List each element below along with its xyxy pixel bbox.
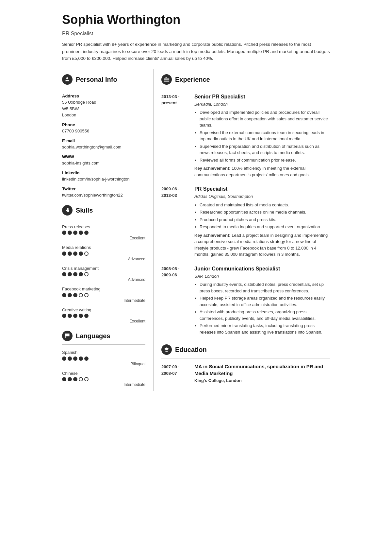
exp-bullet: Reviewed all forms of communication prio… <box>200 157 330 164</box>
skill-level: Intermediate <box>62 298 145 304</box>
skill-dots <box>62 251 145 256</box>
experience-icon <box>161 74 172 85</box>
skill-name: Facebook marketing <box>62 286 145 292</box>
skills-divider <box>62 219 145 219</box>
personal-info-divider <box>62 88 145 88</box>
languages-divider <box>62 344 145 345</box>
info-label: Address <box>62 93 145 99</box>
exp-bullet: Created and maintained lists of media co… <box>200 202 330 208</box>
dot-filled <box>68 231 72 235</box>
exp-bullets: Developed and implemented policies and p… <box>194 109 330 163</box>
right-column: Experience 2013-03 - presentSenior PR Sp… <box>154 69 330 391</box>
info-value: W5 5BW <box>62 106 145 112</box>
skill-dots <box>62 377 145 381</box>
info-label: Phone <box>62 122 145 128</box>
exp-bullet: Responded to media inquiries and support… <box>200 224 330 230</box>
exp-date: 2013-03 - present <box>161 93 189 178</box>
skill-dots <box>62 356 145 361</box>
dot-filled <box>68 356 72 361</box>
exp-bullet: Helped keep PR storage areas organized a… <box>200 295 330 308</box>
dot-filled <box>84 356 89 361</box>
exp-job-title: Senior PR Specialist <box>194 93 330 101</box>
skills-section: Skills Press releasesExcellentMedia rela… <box>62 205 145 324</box>
experience-item: 2008-08 - 2009-06Junior Communications S… <box>161 265 330 338</box>
skill-name: Chinese <box>62 370 145 377</box>
dot-filled <box>62 293 66 297</box>
dot-empty <box>84 377 89 381</box>
info-value: London <box>62 112 145 118</box>
exp-bullet: Supervised the preparation and distribut… <box>200 143 330 156</box>
header-name: Sophia Worthington <box>62 10 330 29</box>
exp-bullet: Supervised the external communications t… <box>200 130 330 142</box>
experience-title: Experience <box>175 75 210 84</box>
experience-header: Experience <box>161 74 330 85</box>
exp-bullet: Performed minor translating tasks, inclu… <box>200 322 330 335</box>
experience-divider <box>161 88 330 88</box>
dot-filled <box>68 251 72 256</box>
skill-level: Excellent <box>62 318 145 324</box>
dot-filled <box>62 356 66 361</box>
personal-info-title: Personal Info <box>76 75 117 84</box>
skills-list: Press releasesExcellentMedia relationsAd… <box>62 224 145 324</box>
skill-dots <box>62 293 145 297</box>
dot-filled <box>68 377 72 381</box>
dot-filled <box>79 314 83 318</box>
languages-header: Languages <box>62 331 145 341</box>
skill-row: Media relationsAdvanced <box>62 244 145 262</box>
skill-row: SpanishBilingual <box>62 349 145 367</box>
skills-header: Skills <box>62 205 145 216</box>
dot-filled <box>73 272 77 276</box>
left-column: Personal Info Address56 Uxbridge RoadW5 … <box>62 69 154 391</box>
dot-filled <box>73 314 77 318</box>
edu-degree: MA in Social Communications, specializat… <box>194 363 330 377</box>
info-value: linkedin.com/in/sophia-j-worthington <box>62 176 145 182</box>
exp-bullets: Created and maintained lists of media co… <box>194 202 330 230</box>
header-summary: Senior PR specialist with 9+ years of ex… <box>62 41 330 62</box>
skill-name: Press releases <box>62 224 145 230</box>
education-header: Education <box>161 344 330 355</box>
edu-school: King's College, London <box>194 377 330 384</box>
languages-title: Languages <box>76 331 110 341</box>
exp-bullet: Assisted with producing press releases, … <box>200 309 330 321</box>
info-value: 07700 900556 <box>62 128 145 134</box>
skill-dots <box>62 314 145 318</box>
skill-row: Creative writingExcellent <box>62 307 145 324</box>
education-title: Education <box>175 345 207 355</box>
svg-rect-2 <box>164 78 169 82</box>
svg-rect-1 <box>65 334 69 337</box>
dot-filled <box>62 231 66 235</box>
exp-company: Adidas Originals, Southampton <box>194 193 330 200</box>
dot-filled <box>84 314 89 318</box>
skill-dots <box>62 231 145 235</box>
dot-filled <box>79 251 83 256</box>
exp-bullet: Produced product pitches and press kits. <box>200 217 330 223</box>
exp-company: Berkadia, London <box>194 101 330 108</box>
skill-name: Media relations <box>62 244 145 251</box>
exp-content: Senior PR SpecialistBerkadia, LondonDeve… <box>194 93 330 178</box>
info-value: twitter.com/sophieworthington22 <box>62 192 145 199</box>
skills-icon <box>62 205 73 216</box>
info-label: LinkedIn <box>62 170 145 176</box>
dot-filled <box>79 231 83 235</box>
dot-filled <box>62 314 66 318</box>
exp-job-title: PR Specialist <box>194 185 330 193</box>
skill-level: Bilingual <box>62 361 145 367</box>
skill-row: Crisis managementAdvanced <box>62 265 145 283</box>
info-label: WWW <box>62 154 145 160</box>
skill-name: Creative writing <box>62 307 145 313</box>
experience-item: 2013-03 - presentSenior PR SpecialistBer… <box>161 93 330 178</box>
skill-level: Advanced <box>62 256 145 262</box>
info-label: Twitter <box>62 186 145 192</box>
dot-empty <box>79 377 83 381</box>
dot-filled <box>62 377 66 381</box>
education-divider <box>161 358 330 358</box>
languages-list: SpanishBilingualChineseIntermediate <box>62 349 145 388</box>
dot-filled <box>62 272 66 276</box>
dot-filled <box>62 251 66 256</box>
exp-bullets: During industry events, distributed note… <box>194 281 330 335</box>
dot-filled <box>73 377 77 381</box>
exp-bullet: Developed and implemented policies and p… <box>200 109 330 129</box>
experience-list: 2013-03 - presentSenior PR SpecialistBer… <box>161 93 330 338</box>
education-section: Education 2007-09 - 2008-07MA in Social … <box>161 344 330 384</box>
dot-filled <box>73 231 77 235</box>
